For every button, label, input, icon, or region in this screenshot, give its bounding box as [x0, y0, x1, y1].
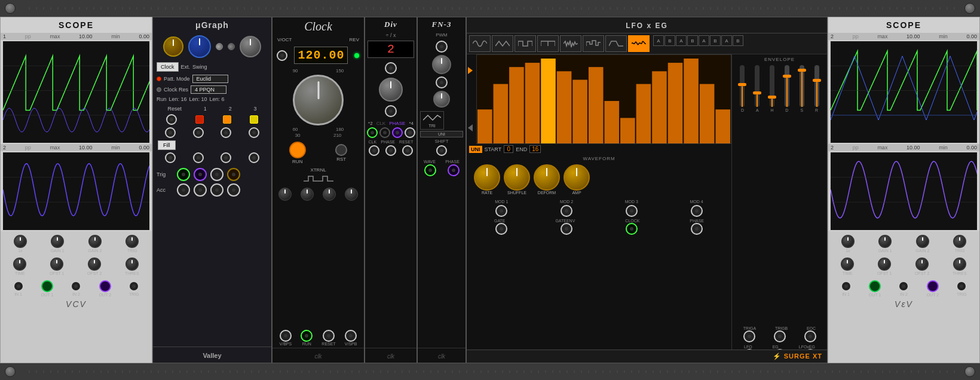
ugraph-acc-jack3[interactable] [210, 183, 223, 197]
lfo-mod2-jack[interactable] [561, 205, 572, 217]
div-clk-jack[interactable] [379, 127, 390, 138]
lfo-wf-random-btn[interactable] [628, 35, 650, 52]
ugraph-small-knob1[interactable] [216, 43, 223, 50]
div-main-knob[interactable] [379, 78, 403, 102]
clock-knob4[interactable] [345, 188, 358, 201]
fn3-shift-jack[interactable] [436, 145, 447, 156]
lfo-wf-saw-btn[interactable] [537, 35, 559, 52]
div-x2-jack[interactable] [367, 127, 378, 138]
lfo-b-btn-1[interactable]: B [664, 35, 675, 46]
ugraph-knob2[interactable] [188, 35, 211, 58]
left-scope-ofst2-knob[interactable] [88, 258, 101, 271]
clock-knob3[interactable] [323, 188, 336, 201]
ugraph-acc-jack2[interactable] [194, 183, 207, 197]
ugraph-reset-jack[interactable] [166, 114, 177, 125]
left-scope-ofst1-knob[interactable] [50, 258, 63, 271]
div-bottom-jack3[interactable] [402, 145, 413, 156]
lfo-phase-jack[interactable] [691, 223, 703, 235]
ugraph-trig-jack2[interactable] [194, 168, 207, 181]
clock-run-jack[interactable] [301, 330, 313, 342]
div-bottom-jack1[interactable] [369, 145, 379, 156]
lfo-amp-knob[interactable] [564, 164, 590, 191]
lfo-a-btn-1[interactable]: A [653, 35, 664, 46]
lfo-b-btn-2[interactable]: B [687, 35, 698, 46]
lfo-b-btn-3[interactable]: B [710, 35, 721, 46]
left-scope-trig-knob[interactable] [125, 235, 139, 248]
ugraph-track3-jack[interactable] [249, 127, 259, 138]
left-scope-in2-jack[interactable] [71, 281, 81, 292]
lfo-a-btn-4[interactable]: A [721, 35, 732, 46]
lfo-b-btn-4[interactable]: B [733, 35, 743, 46]
lfo-fader-a[interactable] [755, 65, 760, 107]
ugraph-small-knob2[interactable] [228, 43, 235, 50]
clock-reset-jack[interactable] [323, 330, 335, 342]
ugraph-track2-jack[interactable] [220, 127, 231, 138]
lfo-a-btn-3[interactable]: A [699, 35, 709, 46]
ugraph-fill-btn[interactable]: Fill [158, 140, 176, 150]
ugraph-clock-res-dropdown[interactable]: 4 PPQN [191, 85, 226, 94]
clock-voct-jack[interactable] [277, 50, 287, 61]
div-x4-jack[interactable] [405, 127, 415, 138]
lfo-wf-sine-btn[interactable] [469, 35, 491, 52]
right-scope-trig-knob[interactable] [953, 235, 966, 248]
div-clk-in-jack[interactable] [385, 62, 397, 74]
clock-knob1[interactable] [278, 188, 292, 201]
lfo-fader-d2[interactable] [785, 65, 789, 107]
left-scope-1x-knob[interactable] [14, 235, 27, 248]
left-scope-time-knob[interactable] [13, 258, 26, 271]
fn3-phase-out-jack[interactable] [448, 164, 460, 176]
ugraph-trig-jack4[interactable] [227, 168, 240, 181]
right-scope-thres-knob[interactable] [953, 258, 966, 271]
div-phase-jack[interactable] [392, 127, 403, 138]
lfo-mod3-jack[interactable] [626, 205, 638, 217]
fn3-wave-jack[interactable] [424, 164, 436, 176]
ugraph-patt-mode-dropdown[interactable]: Euclid [192, 75, 228, 83]
ugraph-knob3[interactable] [240, 36, 261, 57]
clock-rst-btn[interactable] [335, 144, 347, 156]
right-scope-ofst2-knob[interactable] [915, 258, 929, 271]
lfo-wf-noise-btn[interactable] [560, 35, 581, 52]
lfo-mod1-jack[interactable] [495, 205, 507, 217]
ugraph-jack-a[interactable] [165, 152, 176, 163]
lfo-wf-tri-btn[interactable] [492, 35, 513, 52]
ugraph-track1-jack[interactable] [193, 127, 204, 138]
right-scope-1x-knob[interactable] [841, 235, 855, 248]
right-scope-gain1-knob[interactable] [878, 235, 892, 248]
clock-vspb-jack[interactable] [345, 330, 357, 342]
left-scope-thres-knob[interactable] [125, 258, 139, 271]
right-scope-out1-jack[interactable] [869, 280, 881, 292]
lfo-wf-sq-btn[interactable] [514, 35, 536, 52]
left-scope-gain1-knob[interactable] [51, 235, 64, 248]
lfo-shuffle-knob[interactable] [504, 164, 530, 191]
lfo-fader-h[interactable] [770, 65, 774, 107]
ugraph-track1-btn[interactable] [195, 115, 204, 124]
ugraph-acc-jack4[interactable] [227, 183, 240, 197]
lfo-wf-sh-btn[interactable] [583, 35, 604, 52]
lfo-eoc-jack[interactable] [804, 330, 816, 342]
lfo-a-btn-2[interactable]: A [676, 35, 687, 46]
ugraph-knob1[interactable] [163, 36, 183, 57]
lfo-gateenv-jack[interactable] [561, 223, 572, 235]
clock-big-knob[interactable] [293, 75, 344, 125]
left-scope-trig-jack[interactable] [128, 281, 139, 292]
lfo-clock-jack[interactable] [626, 223, 638, 235]
ugraph-trig-jack3[interactable] [210, 168, 223, 181]
right-scope-gain2-knob[interactable] [916, 235, 929, 248]
right-scope-in2-jack[interactable] [898, 281, 909, 292]
ugraph-jack-d[interactable] [249, 152, 259, 163]
ugraph-acc-jack1[interactable] [177, 183, 190, 197]
lfo-rate-knob[interactable] [474, 164, 500, 191]
fn3-pwm-knob[interactable] [432, 55, 451, 74]
lfo-gate-jack[interactable] [495, 223, 507, 235]
ugraph-clock-btn[interactable]: Clock [157, 62, 179, 72]
clock-run-btn[interactable] [289, 142, 306, 158]
right-scope-out2-jack[interactable] [927, 280, 939, 292]
lfo-deform-knob[interactable] [534, 164, 560, 191]
ugraph-track3-btn[interactable] [250, 115, 258, 124]
lfo-triga-jack[interactable] [743, 330, 755, 342]
right-scope-trig-jack[interactable] [956, 281, 967, 292]
ugraph-jack-b[interactable] [193, 152, 204, 163]
clock-knob2[interactable] [301, 188, 314, 201]
ugraph-fill-jack[interactable] [165, 127, 176, 138]
right-scope-in1-jack[interactable] [841, 281, 852, 292]
